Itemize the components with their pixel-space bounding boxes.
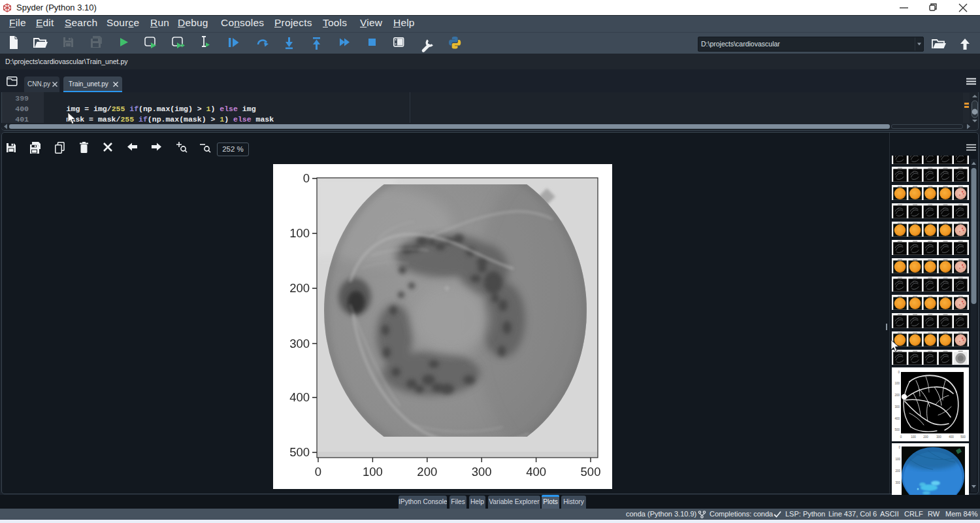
svg-text:100: 100 — [894, 382, 900, 385]
svg-text:100: 100 — [895, 458, 900, 461]
svg-text:500: 500 — [289, 445, 310, 459]
svg-text:300: 300 — [894, 405, 900, 409]
svg-text:0: 0 — [315, 465, 321, 479]
svg-text:500: 500 — [894, 428, 900, 431]
svg-text:0: 0 — [303, 171, 310, 185]
svg-text:100: 100 — [363, 465, 383, 479]
svg-text:400: 400 — [526, 465, 546, 479]
svg-text:200: 200 — [895, 469, 900, 473]
svg-text:200: 200 — [894, 394, 900, 397]
svg-text:500: 500 — [581, 465, 601, 479]
svg-text:300: 300 — [472, 465, 492, 479]
svg-text:300: 300 — [895, 481, 900, 484]
svg-text:300: 300 — [289, 337, 310, 350]
svg-text:400: 400 — [949, 435, 954, 439]
svg-text:200: 200 — [923, 435, 928, 439]
svg-text:200: 200 — [417, 465, 437, 479]
svg-text:200: 200 — [289, 281, 310, 295]
svg-text:100: 100 — [289, 226, 310, 240]
svg-text:400: 400 — [289, 390, 310, 404]
svg-text:100: 100 — [911, 435, 916, 439]
svg-text:300: 300 — [936, 435, 941, 439]
svg-text:400: 400 — [894, 417, 900, 420]
svg-text:500: 500 — [960, 435, 966, 439]
